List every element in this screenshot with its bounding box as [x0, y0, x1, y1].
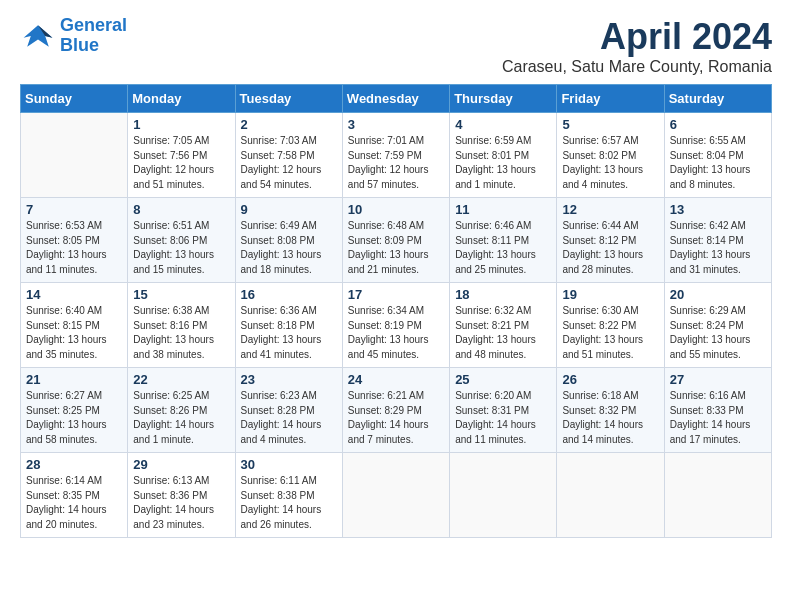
sunset-text: Sunset: 7:59 PM — [348, 149, 444, 164]
sunrise-text: Sunrise: 6:30 AM — [562, 304, 658, 319]
sunrise-text: Sunrise: 6:16 AM — [670, 389, 766, 404]
day-info: Sunrise: 6:25 AMSunset: 8:26 PMDaylight:… — [133, 389, 229, 447]
calendar-cell: 3Sunrise: 7:01 AMSunset: 7:59 PMDaylight… — [342, 113, 449, 198]
calendar-cell: 18Sunrise: 6:32 AMSunset: 8:21 PMDayligh… — [450, 283, 557, 368]
day-number: 30 — [241, 457, 337, 472]
daylight-text: Daylight: 13 hours and 1 minute. — [455, 163, 551, 192]
daylight-text: Daylight: 14 hours and 20 minutes. — [26, 503, 122, 532]
day-info: Sunrise: 6:23 AMSunset: 8:28 PMDaylight:… — [241, 389, 337, 447]
daylight-text: Daylight: 14 hours and 23 minutes. — [133, 503, 229, 532]
daylight-text: Daylight: 13 hours and 51 minutes. — [562, 333, 658, 362]
day-info: Sunrise: 7:05 AMSunset: 7:56 PMDaylight:… — [133, 134, 229, 192]
day-info: Sunrise: 6:36 AMSunset: 8:18 PMDaylight:… — [241, 304, 337, 362]
day-number: 6 — [670, 117, 766, 132]
sunset-text: Sunset: 8:35 PM — [26, 489, 122, 504]
daylight-text: Daylight: 13 hours and 8 minutes. — [670, 163, 766, 192]
sunrise-text: Sunrise: 6:40 AM — [26, 304, 122, 319]
sunset-text: Sunset: 8:02 PM — [562, 149, 658, 164]
day-number: 13 — [670, 202, 766, 217]
sunset-text: Sunset: 8:15 PM — [26, 319, 122, 334]
sunset-text: Sunset: 8:29 PM — [348, 404, 444, 419]
week-row-5: 28Sunrise: 6:14 AMSunset: 8:35 PMDayligh… — [21, 453, 772, 538]
sunset-text: Sunset: 8:22 PM — [562, 319, 658, 334]
daylight-text: Daylight: 13 hours and 15 minutes. — [133, 248, 229, 277]
sunset-text: Sunset: 8:12 PM — [562, 234, 658, 249]
daylight-text: Daylight: 13 hours and 21 minutes. — [348, 248, 444, 277]
calendar-cell: 8Sunrise: 6:51 AMSunset: 8:06 PMDaylight… — [128, 198, 235, 283]
calendar-cell — [557, 453, 664, 538]
daylight-text: Daylight: 13 hours and 35 minutes. — [26, 333, 122, 362]
weekday-header-monday: Monday — [128, 85, 235, 113]
sunrise-text: Sunrise: 6:27 AM — [26, 389, 122, 404]
day-info: Sunrise: 6:30 AMSunset: 8:22 PMDaylight:… — [562, 304, 658, 362]
day-number: 28 — [26, 457, 122, 472]
sunset-text: Sunset: 8:06 PM — [133, 234, 229, 249]
sunset-text: Sunset: 8:04 PM — [670, 149, 766, 164]
day-number: 8 — [133, 202, 229, 217]
calendar-cell: 30Sunrise: 6:11 AMSunset: 8:38 PMDayligh… — [235, 453, 342, 538]
day-number: 1 — [133, 117, 229, 132]
sunrise-text: Sunrise: 6:57 AM — [562, 134, 658, 149]
daylight-text: Daylight: 14 hours and 4 minutes. — [241, 418, 337, 447]
daylight-text: Daylight: 13 hours and 11 minutes. — [26, 248, 122, 277]
daylight-text: Daylight: 12 hours and 51 minutes. — [133, 163, 229, 192]
calendar-cell — [21, 113, 128, 198]
day-info: Sunrise: 6:32 AMSunset: 8:21 PMDaylight:… — [455, 304, 551, 362]
daylight-text: Daylight: 14 hours and 17 minutes. — [670, 418, 766, 447]
calendar-cell: 21Sunrise: 6:27 AMSunset: 8:25 PMDayligh… — [21, 368, 128, 453]
sunrise-text: Sunrise: 7:01 AM — [348, 134, 444, 149]
daylight-text: Daylight: 14 hours and 11 minutes. — [455, 418, 551, 447]
weekday-header-friday: Friday — [557, 85, 664, 113]
title-area: April 2024 Caraseu, Satu Mare County, Ro… — [502, 16, 772, 76]
day-number: 25 — [455, 372, 551, 387]
sunrise-text: Sunrise: 6:11 AM — [241, 474, 337, 489]
calendar-cell: 22Sunrise: 6:25 AMSunset: 8:26 PMDayligh… — [128, 368, 235, 453]
day-number: 14 — [26, 287, 122, 302]
day-info: Sunrise: 6:21 AMSunset: 8:29 PMDaylight:… — [348, 389, 444, 447]
sunset-text: Sunset: 8:21 PM — [455, 319, 551, 334]
sunset-text: Sunset: 8:14 PM — [670, 234, 766, 249]
sunrise-text: Sunrise: 6:44 AM — [562, 219, 658, 234]
calendar-cell: 20Sunrise: 6:29 AMSunset: 8:24 PMDayligh… — [664, 283, 771, 368]
day-info: Sunrise: 6:34 AMSunset: 8:19 PMDaylight:… — [348, 304, 444, 362]
calendar-cell: 25Sunrise: 6:20 AMSunset: 8:31 PMDayligh… — [450, 368, 557, 453]
calendar-cell: 26Sunrise: 6:18 AMSunset: 8:32 PMDayligh… — [557, 368, 664, 453]
day-number: 21 — [26, 372, 122, 387]
daylight-text: Daylight: 14 hours and 7 minutes. — [348, 418, 444, 447]
day-number: 19 — [562, 287, 658, 302]
daylight-text: Daylight: 13 hours and 38 minutes. — [133, 333, 229, 362]
subtitle: Caraseu, Satu Mare County, Romania — [502, 58, 772, 76]
calendar-cell: 12Sunrise: 6:44 AMSunset: 8:12 PMDayligh… — [557, 198, 664, 283]
calendar-cell: 13Sunrise: 6:42 AMSunset: 8:14 PMDayligh… — [664, 198, 771, 283]
day-number: 20 — [670, 287, 766, 302]
day-number: 5 — [562, 117, 658, 132]
week-row-1: 1Sunrise: 7:05 AMSunset: 7:56 PMDaylight… — [21, 113, 772, 198]
sunrise-text: Sunrise: 6:46 AM — [455, 219, 551, 234]
day-info: Sunrise: 6:20 AMSunset: 8:31 PMDaylight:… — [455, 389, 551, 447]
sunrise-text: Sunrise: 6:55 AM — [670, 134, 766, 149]
daylight-text: Daylight: 14 hours and 14 minutes. — [562, 418, 658, 447]
sunrise-text: Sunrise: 6:34 AM — [348, 304, 444, 319]
day-info: Sunrise: 6:40 AMSunset: 8:15 PMDaylight:… — [26, 304, 122, 362]
day-info: Sunrise: 6:51 AMSunset: 8:06 PMDaylight:… — [133, 219, 229, 277]
calendar-cell — [342, 453, 449, 538]
sunrise-text: Sunrise: 6:25 AM — [133, 389, 229, 404]
calendar-cell: 11Sunrise: 6:46 AMSunset: 8:11 PMDayligh… — [450, 198, 557, 283]
sunset-text: Sunset: 8:09 PM — [348, 234, 444, 249]
calendar-cell: 15Sunrise: 6:38 AMSunset: 8:16 PMDayligh… — [128, 283, 235, 368]
sunrise-text: Sunrise: 6:53 AM — [26, 219, 122, 234]
calendar-cell: 28Sunrise: 6:14 AMSunset: 8:35 PMDayligh… — [21, 453, 128, 538]
day-number: 24 — [348, 372, 444, 387]
daylight-text: Daylight: 14 hours and 1 minute. — [133, 418, 229, 447]
week-row-4: 21Sunrise: 6:27 AMSunset: 8:25 PMDayligh… — [21, 368, 772, 453]
daylight-text: Daylight: 13 hours and 58 minutes. — [26, 418, 122, 447]
sunrise-text: Sunrise: 6:32 AM — [455, 304, 551, 319]
sunset-text: Sunset: 8:16 PM — [133, 319, 229, 334]
sunrise-text: Sunrise: 6:20 AM — [455, 389, 551, 404]
sunset-text: Sunset: 7:56 PM — [133, 149, 229, 164]
day-info: Sunrise: 6:46 AMSunset: 8:11 PMDaylight:… — [455, 219, 551, 277]
sunset-text: Sunset: 8:38 PM — [241, 489, 337, 504]
weekday-header-tuesday: Tuesday — [235, 85, 342, 113]
day-info: Sunrise: 6:29 AMSunset: 8:24 PMDaylight:… — [670, 304, 766, 362]
calendar-cell: 9Sunrise: 6:49 AMSunset: 8:08 PMDaylight… — [235, 198, 342, 283]
